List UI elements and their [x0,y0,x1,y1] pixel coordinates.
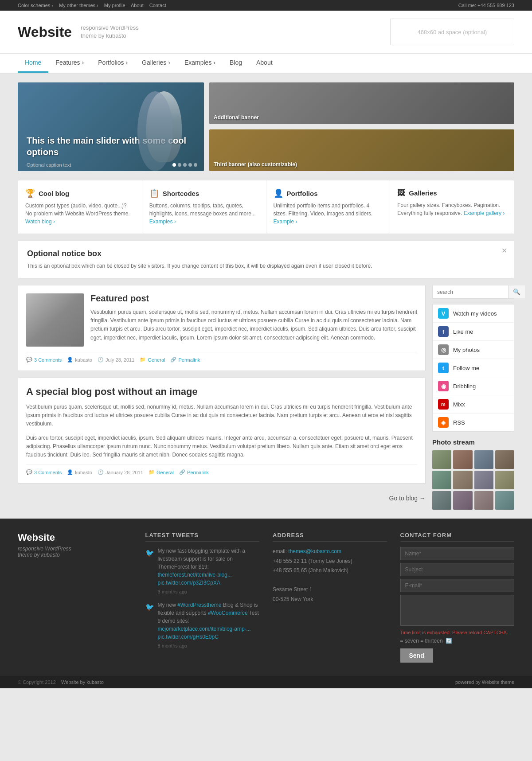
tweet-2-link1[interactable]: mcjomarketplace.com/item/blog-amp-... [158,626,251,632]
top-link-other-themes[interactable]: My other themes › [59,3,98,8]
permalink-icon: 🔗 [170,357,176,363]
photo-thumb-9[interactable] [432,491,451,510]
photo-thumb-7[interactable] [474,471,493,489]
go-to-blog: Go to blog [18,490,426,506]
site-tagline: responsive WordPresstheme by kubasto [81,24,139,40]
content-area: Featured post Vestibulum purus quam, sce… [18,285,426,510]
featured-post-category-link[interactable]: General [148,357,165,363]
photo-thumb-4[interactable] [495,450,514,469]
cool-blog-link[interactable]: Watch blog › [25,219,55,225]
nav-blog[interactable]: Blog [223,54,249,71]
dot-1[interactable] [172,163,176,167]
contact-name-input[interactable] [400,547,515,560]
blog-post-category-link[interactable]: General [156,470,174,475]
featured-post-excerpt: Vestibulum purus quam, scelerisque ut, m… [90,308,417,342]
photo-thumb-5[interactable] [432,471,451,489]
featured-post-title-link[interactable]: Featured post [90,293,149,303]
photo-stream: Photo stream [432,438,514,510]
social-vimeo[interactable]: V Watch my videos [433,304,514,323]
photo-thumb-3[interactable] [474,450,493,469]
contact-email-input[interactable] [400,579,515,592]
tweet-2-wp-link[interactable]: #WordPresstheme [177,602,221,608]
footer-address-title: ADDRESS [273,532,387,542]
featured-post-permalink-link[interactable]: Permalink [178,357,200,363]
dot-4[interactable] [188,163,192,167]
photo-thumb-1[interactable] [432,450,451,469]
captcha-error-message: Time limit is exhausted. Please reload C… [400,630,515,635]
go-to-blog-link[interactable]: Go to blog [389,495,426,502]
top-link-color-schemes[interactable]: Color schemes › [18,3,53,8]
nav-galleries[interactable]: Galleries [135,54,177,71]
top-link-about[interactable]: About [131,3,144,8]
blog-post-permalink-link[interactable]: Permalink [187,470,209,475]
photo-stream-title: Photo stream [432,438,514,446]
nav-features[interactable]: Features [48,54,91,71]
shortcodes-link[interactable]: Examples › [149,219,176,225]
top-link-profile[interactable]: My profile [104,3,125,8]
notice-close-button[interactable]: ✕ [501,246,507,255]
category-icon: 📁 [140,357,146,363]
search-button[interactable]: 🔍 [508,285,525,298]
notice-box-title: Optional notice box [27,249,505,258]
third-banner[interactable]: Third banner (also customizable) [209,129,514,171]
main-slider[interactable]: This is the main slider with some cool o… [18,82,204,171]
photo-thumb-11[interactable] [474,491,493,510]
social-rss[interactable]: ◈ RSS [433,414,514,431]
social-photos[interactable]: ◎ My photos [433,341,514,359]
social-vimeo-label: Watch my videos [453,310,497,317]
blog-post-date: 🕐 January 28, 2011 [98,469,143,475]
search-input[interactable] [433,285,508,298]
nav-about[interactable]: About [249,54,280,71]
dot-3[interactable] [183,163,187,167]
tweet-1-link1[interactable]: themeforest.net/item/live-blog... [158,572,232,578]
social-twitter[interactable]: t Follow me [433,359,514,377]
powered-by-link[interactable]: powered by Website theme [455,679,514,685]
blog-date-icon: 🕐 [98,469,104,475]
feature-portfolios-text: Unlimited portfolio items and portfolios… [274,202,383,226]
captcha-refresh-icon[interactable]: 🔄 [446,638,452,644]
nav-examples[interactable]: Examples [177,54,223,71]
feature-shortcodes: 📋 Shortcodes Buttons, columns, tooltips,… [142,180,266,234]
feature-portfolios-title: 👤 Portfolios [274,188,383,198]
send-button[interactable]: Send [400,648,433,663]
nav-home[interactable]: Home [18,54,48,73]
tweet-2-time: 8 months ago [158,642,260,650]
social-dribbble-label: Dribbling [453,383,476,390]
social-dribbble[interactable]: ◉ Dribbling [433,377,514,395]
tweet-icon-1: 🐦 [145,548,154,596]
featured-post-meta: 💬 3 Comments 👤 kubasto 🕐 July 28, 2011 📁… [26,352,417,363]
blog-post-para2: Duis arcu tortor, suscipit eget, imperdi… [26,434,417,460]
footer-email-link[interactable]: themes@kubasto.com [288,548,341,554]
additional-banner[interactable]: Additional banner [209,82,514,124]
photo-thumb-8[interactable] [495,471,514,489]
photo-thumb-10[interactable] [453,491,472,510]
tweet-2-woo-link[interactable]: #WooCommerce [208,610,248,616]
dot-5[interactable] [194,163,197,167]
featured-post-comments-link[interactable]: 3 Comments [34,357,62,363]
vimeo-icon: V [438,308,449,319]
tweet-1-link2[interactable]: pic.twitter.com/p3ZI3CpXA [158,580,220,586]
content-sidebar: Featured post Vestibulum purus quam, sce… [18,285,514,510]
social-facebook[interactable]: f Like me [433,323,514,341]
sidebar: 🔍 V Watch my videos f Like me ◎ My photo… [432,285,514,510]
nav-portfolios[interactable]: Portfolios [91,54,135,71]
portfolios-link[interactable]: Example › [274,219,297,225]
footer-tweet-1: 🐦 My new fast-blogging template with a l… [145,547,260,596]
feature-shortcodes-text: Buttons, columns, tooltips, tabs, quotes… [149,202,259,226]
dot-2[interactable] [178,163,181,167]
phone-number: Call me: +44 555 689 123 [458,3,514,8]
photo-thumb-12[interactable] [495,491,514,510]
tweet-2-link2[interactable]: pic.twitter.com/gHs0E0pC [158,634,219,640]
credit-link[interactable]: Website by kubasto [61,679,104,685]
contact-message-textarea[interactable] [400,595,515,626]
social-mixx[interactable]: m Mixx [433,395,514,414]
blog-post-title-link[interactable]: A special blog post without an image [26,386,198,397]
galleries-link[interactable]: Example gallery › [464,210,505,216]
photo-thumb-2[interactable] [453,450,472,469]
contact-subject-input[interactable] [400,563,515,576]
social-twitter-label: Follow me [453,365,479,371]
photo-thumb-6[interactable] [453,471,472,489]
blog-post-comments-link[interactable]: 3 Comments [34,470,62,475]
footer-contact-col: CONTACT FORM Time limit is exhausted. Pl… [400,532,515,663]
top-link-contact[interactable]: Contact [149,3,166,8]
